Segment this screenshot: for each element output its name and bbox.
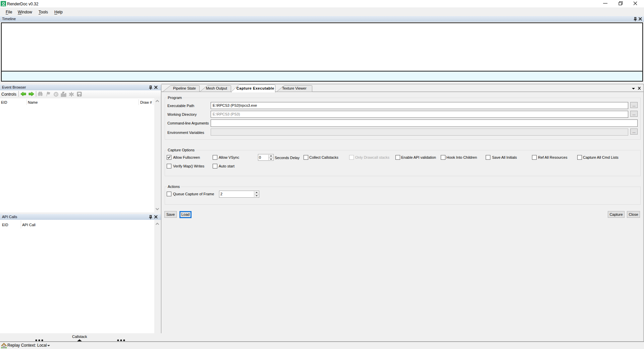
svg-text:Texture Viewer: Texture Viewer bbox=[282, 86, 307, 90]
svg-text:Capture Executable: Capture Executable bbox=[236, 86, 274, 90]
svg-text:Pipeline State: Pipeline State bbox=[173, 86, 196, 90]
svg-text:Mesh Output: Mesh Output bbox=[206, 86, 227, 90]
